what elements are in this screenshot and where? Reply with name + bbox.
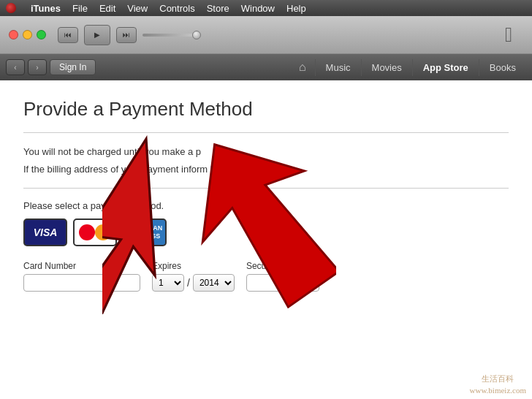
play-button[interactable]: ▶ bbox=[84, 25, 110, 45]
info-line2: If the billing address of your payment i… bbox=[23, 162, 509, 177]
slash-separator: / bbox=[187, 277, 190, 289]
fast-forward-button[interactable]: ⏭ bbox=[116, 27, 137, 43]
expires-month-select[interactable]: 1 2 3 4 5 6 7 8 9 10 11 12 bbox=[152, 274, 184, 292]
tab-music[interactable]: Music bbox=[315, 59, 361, 76]
rewind-button[interactable]: ⏮ bbox=[58, 27, 78, 43]
menu-controls[interactable]: Controls bbox=[159, 3, 194, 14]
home-tab[interactable]: ⌂ bbox=[290, 58, 315, 77]
expires-year-select[interactable]: 2014 2015 2016 2017 2018 2019 2020 bbox=[193, 274, 235, 292]
transport-controls: ⏮ ▶ ⏭ bbox=[58, 25, 201, 45]
forward-button[interactable]: › bbox=[28, 59, 47, 75]
expires-group: Expires 1 2 3 4 5 6 7 8 9 10 11 12 / bbox=[152, 261, 235, 292]
security-code-input[interactable] bbox=[246, 274, 319, 292]
menu-edit[interactable]: Edit bbox=[99, 3, 115, 14]
info-line1: You will not be charged until you make a… bbox=[23, 145, 509, 159]
minimize-button[interactable] bbox=[23, 30, 32, 39]
title-bar: ⏮ ▶ ⏭  bbox=[0, 16, 532, 54]
nav-tabs: ⌂ Music Movies App Store Books bbox=[290, 58, 526, 77]
select-payment-label: Please select a payment method. bbox=[23, 200, 509, 211]
apple-logo:  bbox=[494, 20, 523, 50]
close-button[interactable] bbox=[9, 30, 18, 39]
apple-menu-icon[interactable] bbox=[6, 3, 16, 13]
tab-books[interactable]: Books bbox=[479, 59, 526, 76]
divider-top bbox=[23, 132, 509, 133]
mc-right-circle bbox=[95, 224, 111, 240]
billing-link[interactable]: k here. bbox=[210, 164, 240, 175]
watermark-line2: www.bimeiz.com bbox=[470, 385, 527, 396]
card-form-row: Card Number Expires 1 2 3 4 5 6 7 8 9 10… bbox=[23, 261, 509, 292]
menu-file[interactable]: File bbox=[72, 3, 88, 14]
menu-view[interactable]: View bbox=[127, 3, 148, 14]
payment-methods: VISA AMERICANEXPRESS bbox=[23, 218, 509, 246]
expires-label: Expires bbox=[152, 261, 235, 271]
divider-mid bbox=[23, 188, 509, 189]
back-button[interactable]: ‹ bbox=[6, 59, 25, 75]
watermark-line1: 生活百科 bbox=[470, 373, 527, 384]
security-code-group: Security Code bbox=[246, 261, 319, 292]
menu-window[interactable]: Window bbox=[241, 3, 275, 14]
menu-help[interactable]: Help bbox=[286, 3, 306, 14]
tab-movies[interactable]: Movies bbox=[361, 59, 412, 76]
menu-itunes[interactable]: iTunes bbox=[31, 3, 61, 14]
card-number-group: Card Number bbox=[23, 261, 140, 292]
sign-in-button[interactable]: Sign In bbox=[50, 59, 96, 75]
main-content: Provide a Payment Method You will not be… bbox=[0, 80, 532, 399]
maximize-button[interactable] bbox=[37, 30, 46, 39]
watermark: 生活百科 www.bimeiz.com bbox=[470, 373, 527, 396]
card-number-label: Card Number bbox=[23, 261, 140, 271]
nav-bar: ‹ › Sign In ⌂ Music Movies App Store Boo… bbox=[0, 54, 532, 80]
menu-bar: iTunes File Edit View Controls Store Win… bbox=[0, 0, 532, 16]
mc-left-circle bbox=[79, 224, 95, 240]
menu-store[interactable]: Store bbox=[207, 3, 229, 14]
volume-knob bbox=[192, 31, 201, 39]
search-area:  bbox=[494, 20, 523, 50]
page-title: Provide a Payment Method bbox=[23, 98, 509, 121]
tab-appstore[interactable]: App Store bbox=[412, 59, 479, 76]
mastercard-button[interactable] bbox=[73, 218, 117, 246]
visa-button[interactable]: VISA bbox=[23, 218, 67, 246]
amex-button[interactable]: AMERICANEXPRESS bbox=[123, 218, 167, 246]
expires-inputs: 1 2 3 4 5 6 7 8 9 10 11 12 / 2014 2015 bbox=[152, 274, 235, 292]
security-code-label: Security Code bbox=[246, 261, 319, 271]
card-number-input[interactable] bbox=[23, 274, 140, 292]
volume-slider[interactable] bbox=[142, 34, 201, 37]
window-controls bbox=[9, 30, 46, 39]
